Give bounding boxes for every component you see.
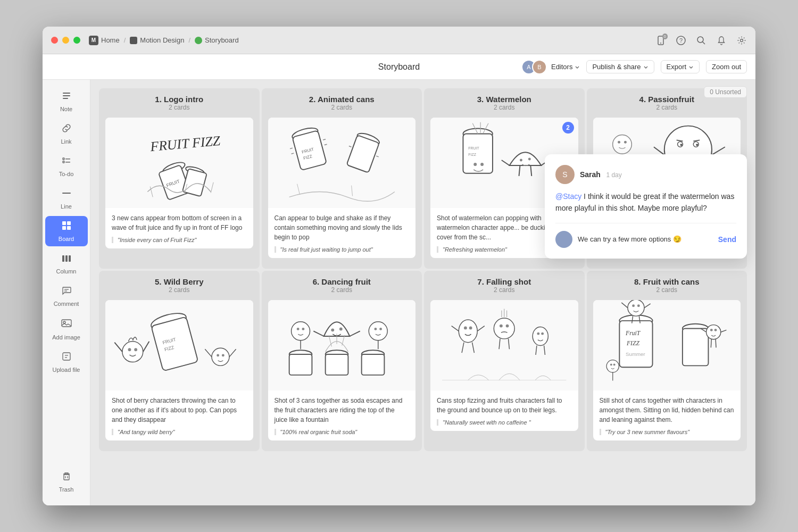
svg-point-83 xyxy=(134,348,137,351)
svg-rect-21 xyxy=(69,255,71,262)
svg-rect-26 xyxy=(63,353,70,360)
publish-button[interactable]: Publish & share xyxy=(586,60,654,73)
sidebar-item-note[interactable]: Note xyxy=(45,86,88,117)
editor-avatars: A B xyxy=(521,60,547,74)
card-desc-7-1: Cans stop fizzing and fruits characters … xyxy=(437,396,572,415)
svg-rect-18 xyxy=(67,226,71,230)
svg-line-99 xyxy=(313,331,323,336)
sidebar-label-upload: Upload file xyxy=(53,367,80,373)
column-fruit-with-cans: 8. Fruit with cans 2 cards FruiT xyxy=(587,271,747,451)
svg-rect-29 xyxy=(64,475,69,480)
svg-point-106 xyxy=(374,328,377,330)
comment-avatar: S xyxy=(555,165,575,184)
svg-point-138 xyxy=(632,304,635,307)
svg-text:FIZZ: FIZZ xyxy=(626,340,639,347)
card-7-1[interactable]: Cans stop fizzing and fruits characters … xyxy=(430,300,578,431)
search-icon[interactable] xyxy=(696,35,706,46)
help-icon[interactable]: ? xyxy=(676,35,686,46)
svg-line-123 xyxy=(509,339,510,349)
fullscreen-button[interactable] xyxy=(73,37,80,44)
storyboard-icon xyxy=(195,37,202,44)
svg-text:FRUIT: FRUIT xyxy=(468,146,479,150)
svg-rect-19 xyxy=(62,255,64,262)
col-subtitle-7: 2 cards xyxy=(430,286,578,294)
reply-input-text[interactable]: We can try a few more options 😏 xyxy=(578,235,713,243)
svg-rect-94 xyxy=(325,354,348,375)
svg-point-102 xyxy=(296,328,299,330)
svg-point-111 xyxy=(469,327,472,330)
svg-point-56 xyxy=(520,159,522,162)
svg-rect-20 xyxy=(65,255,68,262)
svg-point-139 xyxy=(637,304,639,307)
column-dancing-fruit: 6. Dancing fruit 2 cards xyxy=(262,271,422,451)
svg-point-76 xyxy=(624,141,626,144)
editors-button[interactable]: Editors xyxy=(551,63,580,71)
bell-icon[interactable] xyxy=(716,35,727,46)
breadcrumb-motion[interactable]: Motion Design xyxy=(130,36,184,44)
col-subtitle-4: 2 cards xyxy=(593,104,741,111)
comment-text: @Stacy I think it would be great if the … xyxy=(555,190,736,214)
svg-point-55 xyxy=(480,163,484,166)
svg-line-113 xyxy=(477,326,485,331)
export-button[interactable]: Export xyxy=(661,60,700,73)
svg-line-84 xyxy=(114,343,122,352)
sidebar-item-line[interactable]: Line xyxy=(45,184,88,214)
app-window: M Home / Motion Design / Storyboard 0 ? xyxy=(43,27,755,505)
col-subtitle-8: 2 cards xyxy=(593,286,741,294)
svg-line-149 xyxy=(711,339,711,348)
card-desc-1-1: 3 new cans appear from bottom of screen … xyxy=(112,213,247,232)
comment-header: S Sarah 1 day xyxy=(555,165,736,184)
svg-line-85 xyxy=(143,342,149,352)
svg-line-90 xyxy=(229,349,236,357)
svg-point-151 xyxy=(606,360,619,372)
sidebar-item-comment[interactable]: Comment xyxy=(45,281,88,311)
zoom-out-button[interactable]: Zoom out xyxy=(706,60,747,73)
svg-line-72 xyxy=(653,147,664,155)
send-button[interactable]: Send xyxy=(718,235,736,244)
sidebar-item-trash[interactable]: Trash xyxy=(45,467,88,497)
col-subtitle-3: 2 cards xyxy=(430,104,578,111)
comment-badge[interactable]: 2 xyxy=(562,122,574,134)
svg-line-127 xyxy=(536,345,537,354)
motion-label[interactable]: Motion Design xyxy=(140,36,184,44)
svg-line-43 xyxy=(291,153,294,154)
sidebar-item-add-image[interactable]: Add image xyxy=(45,313,88,345)
card-image-5-1: FRUIT FIZZ xyxy=(105,300,253,390)
home-label[interactable]: Home xyxy=(101,36,120,44)
svg-point-1 xyxy=(660,43,661,44)
phone-icon[interactable]: 0 xyxy=(655,35,666,46)
svg-point-116 xyxy=(494,318,514,339)
card-6-1[interactable]: Shot of 3 cans together as soda escapes … xyxy=(268,300,416,440)
topbar-actions: A B Editors Publish & share Export Zoom … xyxy=(521,60,747,74)
sidebar-item-todo[interactable]: To-do xyxy=(45,151,88,181)
svg-point-124 xyxy=(533,327,548,346)
card-8-1[interactable]: FruiT FIZZ Summer xyxy=(593,300,741,440)
storyboard-label[interactable]: Storyboard xyxy=(205,36,239,44)
sidebar-item-link[interactable]: Link xyxy=(45,119,88,149)
sidebar-item-column[interactable]: Column xyxy=(45,248,88,279)
sidebar-label-note: Note xyxy=(60,106,72,112)
minimize-button[interactable] xyxy=(62,37,69,44)
close-button[interactable] xyxy=(51,37,58,44)
comment-popup: S Sarah 1 day @Stacy I think it would be… xyxy=(545,154,747,259)
home-icon: M xyxy=(89,36,98,45)
card-5-1[interactable]: FRUIT FIZZ xyxy=(105,300,253,440)
card-image-6-1 xyxy=(268,300,416,390)
sidebar-item-board[interactable]: Board xyxy=(45,216,88,246)
breadcrumb-home[interactable]: M Home xyxy=(89,36,120,45)
sidebar-item-upload[interactable]: Upload file xyxy=(45,347,88,377)
svg-line-73 xyxy=(711,147,725,155)
col-title-3: 3. Watermelon xyxy=(430,95,578,104)
settings-icon[interactable] xyxy=(736,35,747,46)
card-1-1[interactable]: FRUIT FIZZ FRUIT xyxy=(105,118,253,248)
svg-point-125 xyxy=(537,332,539,335)
card-2-1[interactable]: FRUIT FIZZ xyxy=(268,118,416,258)
col-title-5: 5. Wild Berry xyxy=(105,277,253,286)
svg-point-82 xyxy=(128,348,131,351)
svg-point-144 xyxy=(706,325,720,339)
breadcrumb-storyboard[interactable]: Storyboard xyxy=(195,36,239,44)
col-subtitle-1: 2 cards xyxy=(105,104,253,111)
card-image-8-1: FruiT FIZZ Summer xyxy=(593,300,741,390)
svg-text:?: ? xyxy=(679,37,683,44)
svg-rect-15 xyxy=(62,221,66,225)
